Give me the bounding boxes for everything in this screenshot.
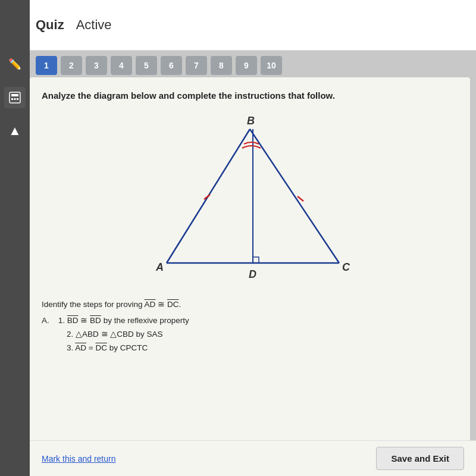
svg-line-6 — [250, 129, 339, 263]
tab-question-6[interactable]: 6 — [161, 56, 182, 75]
step3-text: by CPCTC — [109, 343, 148, 352]
tab-question-3[interactable]: 3 — [86, 56, 107, 75]
arrow-up-icon[interactable]: ▲ — [4, 120, 26, 142]
main-content: Analyze the diagram below and complete t… — [30, 77, 470, 470]
svg-rect-2 — [11, 98, 13, 100]
svg-rect-0 — [10, 92, 20, 103]
tab-question-1[interactable]: 1 — [36, 56, 57, 75]
tab-question-8[interactable]: 8 — [211, 56, 232, 75]
tab-question-9[interactable]: 9 — [236, 56, 257, 75]
svg-line-10 — [298, 196, 303, 201]
steps-label: A. — [42, 316, 49, 325]
svg-text:D: D — [249, 268, 256, 280]
diagram-container: B A D C — [42, 111, 458, 290]
tab-question-4[interactable]: 4 — [111, 56, 132, 75]
svg-rect-11 — [253, 257, 259, 263]
quiz-status: Active — [76, 17, 112, 33]
bottom-bar: Mark this and return Save and Exit — [30, 440, 476, 476]
svg-rect-4 — [17, 98, 18, 100]
tab-question-2[interactable]: 2 — [61, 56, 82, 75]
top-bar: Quiz Active — [0, 0, 476, 51]
proof-overline-right: DC — [167, 300, 179, 309]
svg-rect-3 — [14, 98, 16, 100]
svg-text:C: C — [342, 261, 350, 273]
step1-num: 1. — [58, 316, 65, 325]
step2-num: 2. — [67, 330, 73, 339]
proof-intro: Identify the steps for proving — [42, 300, 143, 309]
tab-question-10[interactable]: 10 — [261, 56, 282, 75]
proof-text: Identify the steps for proving AD ≅ DC. … — [42, 298, 458, 355]
pencil-icon[interactable]: ✏️ — [4, 54, 26, 75]
svg-text:A: A — [155, 261, 164, 273]
quiz-title: Quiz — [36, 17, 64, 33]
proof-overline-left: AD — [145, 300, 156, 309]
svg-text:B: B — [247, 115, 255, 127]
step3-num: 3. — [67, 343, 73, 352]
save-exit-button[interactable]: Save and Exit — [376, 447, 464, 470]
svg-rect-1 — [11, 94, 18, 96]
sidebar: ✏️ ▲ — [0, 0, 30, 476]
step2-text: △ABD ≅ △CBD by SAS — [76, 330, 163, 339]
question-tabs: 1 2 3 4 5 6 7 8 9 10 — [30, 51, 476, 80]
geometry-diagram: B A D C — [143, 111, 357, 290]
instruction-text: Analyze the diagram below and complete t… — [42, 89, 458, 102]
step1-text: by the reflexive property — [104, 316, 189, 325]
calculator-icon[interactable] — [4, 87, 26, 108]
tab-question-7[interactable]: 7 — [186, 56, 207, 75]
tab-question-5[interactable]: 5 — [136, 56, 157, 75]
mark-return-link[interactable]: Mark this and return — [42, 454, 116, 464]
